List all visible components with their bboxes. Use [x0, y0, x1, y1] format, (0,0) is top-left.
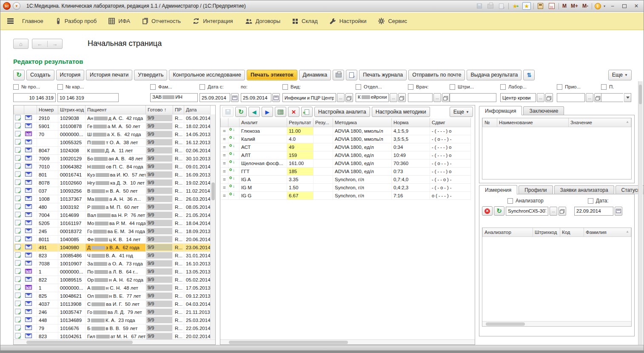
- tab-information[interactable]: Информация: [479, 106, 522, 115]
- patient-row[interactable]: 480 1003192 Ра М. П. 60 лет 9/9 R... 08.…: [14, 203, 211, 211]
- history-button[interactable]: История: [56, 70, 84, 80]
- menu-item-integration[interactable]: Интеграция: [187, 13, 239, 29]
- department-open-button[interactable]: [398, 93, 406, 102]
- col-shift[interactable]: Сдвиг: [430, 118, 471, 127]
- col-icon[interactable]: [228, 118, 239, 127]
- approve-button[interactable]: Утвердить: [134, 70, 167, 80]
- surname-input[interactable]: ЗАВИН: [150, 93, 198, 102]
- card-number-input[interactable]: [57, 93, 119, 102]
- col-result2[interactable]: Резу...: [313, 118, 333, 127]
- preview-button[interactable]: [346, 70, 357, 80]
- menu-item-reports[interactable]: Отчетность: [136, 13, 187, 29]
- system-menu-button[interactable]: ▼: [13, 2, 20, 10]
- measure-date-input[interactable]: [574, 207, 613, 216]
- menu-item-samples[interactable]: Разбор проб: [49, 13, 103, 29]
- menu-item-contracts[interactable]: Договоры: [239, 13, 286, 29]
- favorites-icon[interactable]: ★: [522, 2, 531, 10]
- result-row[interactable]: = Калий 4.0 ADVIA 1800, ммоль/л 3,5:5,5 …: [221, 135, 471, 143]
- next-button[interactable]: ▶: [262, 107, 273, 117]
- analyzer-open-button[interactable]: [559, 207, 566, 216]
- forward-button[interactable]: →: [48, 41, 63, 47]
- back-button[interactable]: ←: [32, 41, 48, 47]
- issue-result-button[interactable]: Выдача результата: [467, 70, 521, 80]
- add-favorite-icon[interactable]: ★: [511, 2, 520, 10]
- result-row[interactable]: = Глюкоза 11.00 ADVIA 1800, ммоль/л 4,1:…: [221, 127, 471, 135]
- cancel-measure-button[interactable]: ✕: [482, 206, 493, 216]
- result-row[interactable]: = IG A 3.35 Synchron, г/л 0,7:4,0 - ( - …: [221, 175, 471, 183]
- kind-input[interactable]: [282, 93, 336, 102]
- col-no[interactable]: №: [483, 118, 497, 127]
- analyzer-select-button[interactable]: ...: [550, 207, 557, 216]
- patient-row[interactable]: 823 10085486 ЧВ. А. 41 год 9/9 R... 31.0…: [14, 251, 211, 259]
- patient-row[interactable]: 79 1016676 Бв В. В. 59 лет 9/9 R... 22.0…: [14, 324, 211, 332]
- refresh-results-button[interactable]: ↻: [235, 107, 247, 117]
- col-surname[interactable]: Фамилия▲: [584, 228, 631, 236]
- p-dropdown-button[interactable]: [624, 93, 631, 102]
- patient-row[interactable]: 825 10048621 Олн В. Е. 77 лет 9/9 R... 0…: [14, 292, 211, 300]
- patient-row[interactable]: 7009 10020129 Боая А. В. 48 лет 9/9 R...…: [14, 154, 211, 162]
- print-button[interactable]: [333, 70, 344, 80]
- patients-vertical-scrollbar[interactable]: [210, 114, 215, 339]
- p-input[interactable]: [601, 93, 623, 102]
- exchange-button[interactable]: ⇅: [523, 70, 535, 80]
- col-ready[interactable]: Готово ↑: [146, 105, 173, 114]
- result-row[interactable]: = IG M 1.50 Synchron, г/л 0,4:2,3 - ( - …: [221, 183, 471, 191]
- result-row[interactable]: = ГГТ 185 ADVIA 1800, ед/л 0:73 - ( - - …: [221, 167, 471, 175]
- col-value[interactable]: Значение▲: [569, 118, 631, 127]
- result-row[interactable]: = АЛТ 159 ADVIA 1800, ед/л 10:49 - ( - -…: [221, 151, 471, 159]
- create-button[interactable]: Создать: [26, 70, 54, 80]
- info-icon[interactable]: i: [595, 3, 601, 9]
- tab-conclusion[interactable]: Заключение: [523, 106, 564, 115]
- hamburger-icon[interactable]: [6, 18, 16, 24]
- priority-select-button[interactable]: ...: [586, 93, 593, 102]
- barcode-input[interactable]: [450, 93, 496, 102]
- measurements-horizontal-scrollbar[interactable]: [482, 321, 631, 326]
- department-select-button[interactable]: ...: [390, 93, 397, 102]
- col-method[interactable]: Методика: [333, 118, 392, 127]
- kind-select-button[interactable]: ...: [337, 93, 345, 102]
- kind-checkbox[interactable]: [282, 84, 288, 90]
- patient-row[interactable]: 10055325 Пт О. А. 38 лет 9/9 R... 16.12.…: [14, 138, 211, 146]
- delete-result-button[interactable]: ✕: [288, 107, 299, 117]
- result-row[interactable]: = АСТ 49 ADVIA 1800, ед/л 0:34 - ( - - -…: [221, 143, 471, 151]
- doctor-checkbox[interactable]: [408, 84, 413, 90]
- department-input[interactable]: Кейрохи: [356, 93, 389, 102]
- menu-item-warehouse[interactable]: Склад: [286, 13, 324, 29]
- laboratory-checkbox[interactable]: [500, 84, 506, 90]
- patient-row[interactable]: 4037 10113908 Сва И. Г. 50 лет 9/9 R... …: [14, 300, 211, 308]
- more-button[interactable]: Еще▼: [608, 70, 632, 80]
- date-from-input[interactable]: [199, 93, 230, 102]
- col-mail[interactable]: [24, 105, 37, 114]
- col-result[interactable]: Результат: [287, 118, 313, 127]
- patient-row[interactable]: 801 00016741 Кузва И. Ю. 57 лет 9/9 R...…: [14, 171, 211, 179]
- dynamics-button[interactable]: Динамика: [299, 70, 331, 80]
- minimize-button[interactable]: –: [608, 2, 617, 10]
- tab-measurements[interactable]: Измерения: [479, 185, 517, 194]
- result-row[interactable]: = IG G 6.67 Synchron, г/л 7:16 o ( - - -…: [221, 191, 471, 199]
- col-norm[interactable]: Норма: [392, 118, 430, 127]
- close-button[interactable]: ✕: [632, 2, 641, 10]
- info-dropdown-icon[interactable]: ▾: [604, 4, 605, 8]
- patient-row[interactable]: 7010 10064382 Нов П. С. 84 года 9/9 R...…: [14, 162, 211, 171]
- calendar-icon[interactable]: 31: [547, 2, 556, 10]
- calculator-icon[interactable]: [536, 2, 545, 10]
- results-horizontal-scrollbar[interactable]: [220, 339, 475, 344]
- send-mail-button[interactable]: Отправить по почте: [408, 70, 465, 80]
- prev-button[interactable]: ◀: [248, 107, 260, 117]
- tab-profiles[interactable]: Профили: [519, 185, 553, 194]
- tab-analyzer-requests[interactable]: Заявки анализатора: [554, 185, 614, 194]
- patient-row[interactable]: 8078 10102660 Нгука Д. Э. 10 лет 9/9 R..…: [14, 179, 211, 187]
- save-result-button[interactable]: [222, 107, 234, 117]
- col-patient[interactable]: Пациент: [85, 105, 146, 114]
- col-analyzer[interactable]: Анализатор: [483, 228, 533, 236]
- col-analyte[interactable]: Аналит: [239, 118, 287, 127]
- doctor-open-button[interactable]: [442, 93, 450, 102]
- patient-row[interactable]: 5205 10161197 Мова Р. М. 44 года 9/9 R..…: [14, 219, 211, 227]
- patient-row[interactable]: 246 10035747 Гова Л. Д. 79 лет 9/9 R... …: [14, 308, 211, 316]
- date-from-calendar-button[interactable]: [231, 93, 239, 102]
- window-right-scrollbar[interactable]: [638, 81, 643, 345]
- col-code[interactable]: Код: [560, 228, 584, 236]
- sample-number-checkbox[interactable]: [13, 84, 19, 90]
- doctor-select-button[interactable]: ...: [433, 93, 441, 102]
- patient-row[interactable]: 1 0000000... Поа Л. В. 64 г... 9/9 R... …: [14, 268, 211, 276]
